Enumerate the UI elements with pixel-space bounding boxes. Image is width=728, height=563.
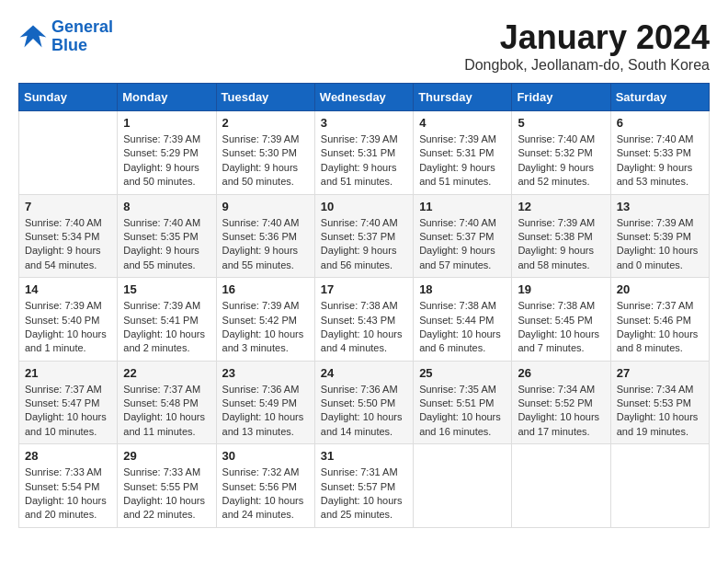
calendar-cell: 20Sunrise: 7:37 AMSunset: 5:46 PMDayligh… bbox=[610, 278, 709, 362]
day-info: Sunrise: 7:34 AMSunset: 5:53 PMDaylight:… bbox=[617, 383, 703, 440]
logo-icon bbox=[18, 24, 48, 50]
day-number: 4 bbox=[419, 116, 506, 130]
day-info: Sunrise: 7:39 AMSunset: 5:30 PMDaylight:… bbox=[222, 132, 309, 190]
day-number: 26 bbox=[518, 366, 604, 380]
day-info: Sunrise: 7:37 AMSunset: 5:48 PMDaylight:… bbox=[123, 383, 210, 440]
calendar-cell: 1Sunrise: 7:39 AMSunset: 5:29 PMDaylight… bbox=[118, 111, 216, 195]
day-number: 25 bbox=[419, 366, 506, 380]
calendar-cell: 30Sunrise: 7:32 AMSunset: 5:56 PMDayligh… bbox=[216, 444, 314, 528]
col-tuesday: Tuesday bbox=[216, 84, 314, 111]
calendar-cell: 3Sunrise: 7:39 AMSunset: 5:31 PMDaylight… bbox=[314, 111, 413, 195]
day-info: Sunrise: 7:39 AMSunset: 5:41 PMDaylight:… bbox=[123, 299, 210, 356]
day-number: 1 bbox=[123, 116, 210, 130]
day-number: 17 bbox=[321, 282, 407, 296]
calendar-cell: 27Sunrise: 7:34 AMSunset: 5:53 PMDayligh… bbox=[610, 361, 709, 444]
day-info: Sunrise: 7:36 AMSunset: 5:49 PMDaylight:… bbox=[222, 383, 309, 440]
col-friday: Friday bbox=[512, 84, 610, 111]
calendar-cell: 31Sunrise: 7:31 AMSunset: 5:57 PMDayligh… bbox=[314, 444, 413, 528]
day-number: 19 bbox=[518, 282, 604, 296]
calendar-cell: 28Sunrise: 7:33 AMSunset: 5:54 PMDayligh… bbox=[19, 444, 118, 528]
day-info: Sunrise: 7:37 AMSunset: 5:47 PMDaylight:… bbox=[25, 383, 111, 440]
calendar-cell: 11Sunrise: 7:40 AMSunset: 5:37 PMDayligh… bbox=[414, 194, 512, 278]
calendar-cell: 29Sunrise: 7:33 AMSunset: 5:55 PMDayligh… bbox=[118, 444, 216, 528]
day-info: Sunrise: 7:40 AMSunset: 5:33 PMDaylight:… bbox=[617, 132, 703, 190]
day-number: 20 bbox=[617, 282, 703, 296]
day-info: Sunrise: 7:31 AMSunset: 5:57 PMDaylight:… bbox=[321, 465, 407, 523]
day-number: 13 bbox=[617, 200, 703, 213]
day-number: 23 bbox=[222, 366, 309, 380]
day-number: 16 bbox=[222, 282, 309, 296]
day-info: Sunrise: 7:40 AMSunset: 5:32 PMDaylight:… bbox=[518, 132, 604, 190]
col-wednesday: Wednesday bbox=[314, 84, 413, 111]
day-number: 29 bbox=[123, 449, 210, 463]
day-info: Sunrise: 7:39 AMSunset: 5:38 PMDaylight:… bbox=[518, 216, 604, 273]
day-number: 14 bbox=[25, 282, 111, 296]
calendar-table: Sunday Monday Tuesday Wednesday Thursday… bbox=[18, 83, 710, 528]
day-info: Sunrise: 7:40 AMSunset: 5:37 PMDaylight:… bbox=[321, 216, 407, 273]
day-number: 22 bbox=[123, 366, 210, 380]
day-info: Sunrise: 7:34 AMSunset: 5:52 PMDaylight:… bbox=[518, 383, 604, 440]
day-info: Sunrise: 7:39 AMSunset: 5:42 PMDaylight:… bbox=[222, 299, 309, 356]
calendar-cell: 19Sunrise: 7:38 AMSunset: 5:45 PMDayligh… bbox=[512, 278, 610, 362]
col-thursday: Thursday bbox=[414, 84, 512, 111]
calendar-cell: 22Sunrise: 7:37 AMSunset: 5:48 PMDayligh… bbox=[118, 361, 216, 444]
day-number: 8 bbox=[123, 200, 210, 213]
col-sunday: Sunday bbox=[19, 84, 118, 111]
page-header: General Blue January 2024 Dongbok, Jeoll… bbox=[18, 18, 710, 74]
col-monday: Monday bbox=[118, 84, 216, 111]
month-title: January 2024 bbox=[464, 18, 710, 57]
day-number: 10 bbox=[321, 200, 407, 213]
day-info: Sunrise: 7:39 AMSunset: 5:31 PMDaylight:… bbox=[419, 132, 506, 190]
svg-marker-0 bbox=[20, 25, 47, 47]
day-info: Sunrise: 7:39 AMSunset: 5:40 PMDaylight:… bbox=[25, 299, 111, 356]
calendar-cell: 9Sunrise: 7:40 AMSunset: 5:36 PMDaylight… bbox=[216, 194, 314, 278]
day-info: Sunrise: 7:37 AMSunset: 5:46 PMDaylight:… bbox=[617, 299, 703, 356]
calendar-cell: 8Sunrise: 7:40 AMSunset: 5:35 PMDaylight… bbox=[118, 194, 216, 278]
day-number: 15 bbox=[123, 282, 210, 296]
day-number: 27 bbox=[617, 366, 703, 380]
col-saturday: Saturday bbox=[610, 84, 709, 111]
calendar-week-row: 28Sunrise: 7:33 AMSunset: 5:54 PMDayligh… bbox=[19, 444, 710, 528]
calendar-cell: 4Sunrise: 7:39 AMSunset: 5:31 PMDaylight… bbox=[414, 111, 512, 195]
calendar-cell: 21Sunrise: 7:37 AMSunset: 5:47 PMDayligh… bbox=[19, 361, 118, 444]
day-number: 28 bbox=[25, 449, 111, 463]
logo: General Blue bbox=[18, 18, 113, 55]
day-info: Sunrise: 7:36 AMSunset: 5:50 PMDaylight:… bbox=[321, 383, 407, 440]
day-info: Sunrise: 7:40 AMSunset: 5:35 PMDaylight:… bbox=[123, 216, 210, 273]
day-info: Sunrise: 7:40 AMSunset: 5:36 PMDaylight:… bbox=[222, 216, 309, 273]
location-subtitle: Dongbok, Jeollanam-do, South Korea bbox=[464, 57, 710, 74]
day-info: Sunrise: 7:38 AMSunset: 5:45 PMDaylight:… bbox=[518, 299, 604, 356]
day-info: Sunrise: 7:40 AMSunset: 5:37 PMDaylight:… bbox=[419, 216, 506, 273]
calendar-cell bbox=[19, 111, 118, 195]
day-number: 24 bbox=[321, 366, 407, 380]
calendar-cell: 10Sunrise: 7:40 AMSunset: 5:37 PMDayligh… bbox=[314, 194, 413, 278]
calendar-header-row: Sunday Monday Tuesday Wednesday Thursday… bbox=[19, 84, 710, 111]
calendar-cell: 12Sunrise: 7:39 AMSunset: 5:38 PMDayligh… bbox=[512, 194, 610, 278]
day-number: 3 bbox=[321, 116, 407, 130]
day-info: Sunrise: 7:39 AMSunset: 5:39 PMDaylight:… bbox=[617, 216, 703, 273]
calendar-cell bbox=[512, 444, 610, 528]
calendar-cell bbox=[610, 444, 709, 528]
day-info: Sunrise: 7:39 AMSunset: 5:29 PMDaylight:… bbox=[123, 132, 210, 190]
day-info: Sunrise: 7:40 AMSunset: 5:34 PMDaylight:… bbox=[25, 216, 111, 273]
day-number: 5 bbox=[518, 116, 604, 130]
calendar-week-row: 1Sunrise: 7:39 AMSunset: 5:29 PMDaylight… bbox=[19, 111, 710, 195]
day-number: 31 bbox=[321, 449, 407, 463]
calendar-cell: 17Sunrise: 7:38 AMSunset: 5:43 PMDayligh… bbox=[314, 278, 413, 362]
day-number: 18 bbox=[419, 282, 506, 296]
day-info: Sunrise: 7:38 AMSunset: 5:43 PMDaylight:… bbox=[321, 299, 407, 356]
day-info: Sunrise: 7:32 AMSunset: 5:56 PMDaylight:… bbox=[222, 465, 309, 523]
day-info: Sunrise: 7:39 AMSunset: 5:31 PMDaylight:… bbox=[321, 132, 407, 190]
day-number: 12 bbox=[518, 200, 604, 213]
title-area: January 2024 Dongbok, Jeollanam-do, Sout… bbox=[464, 18, 710, 74]
logo-text: General Blue bbox=[51, 18, 113, 55]
calendar-week-row: 14Sunrise: 7:39 AMSunset: 5:40 PMDayligh… bbox=[19, 278, 710, 362]
logo-line2: Blue bbox=[51, 36, 87, 54]
calendar-cell: 2Sunrise: 7:39 AMSunset: 5:30 PMDaylight… bbox=[216, 111, 314, 195]
calendar-week-row: 7Sunrise: 7:40 AMSunset: 5:34 PMDaylight… bbox=[19, 194, 710, 278]
calendar-cell: 15Sunrise: 7:39 AMSunset: 5:41 PMDayligh… bbox=[118, 278, 216, 362]
calendar-cell: 26Sunrise: 7:34 AMSunset: 5:52 PMDayligh… bbox=[512, 361, 610, 444]
logo-line1: General bbox=[51, 17, 113, 36]
day-info: Sunrise: 7:33 AMSunset: 5:54 PMDaylight:… bbox=[25, 465, 111, 523]
day-info: Sunrise: 7:35 AMSunset: 5:51 PMDaylight:… bbox=[419, 383, 506, 440]
